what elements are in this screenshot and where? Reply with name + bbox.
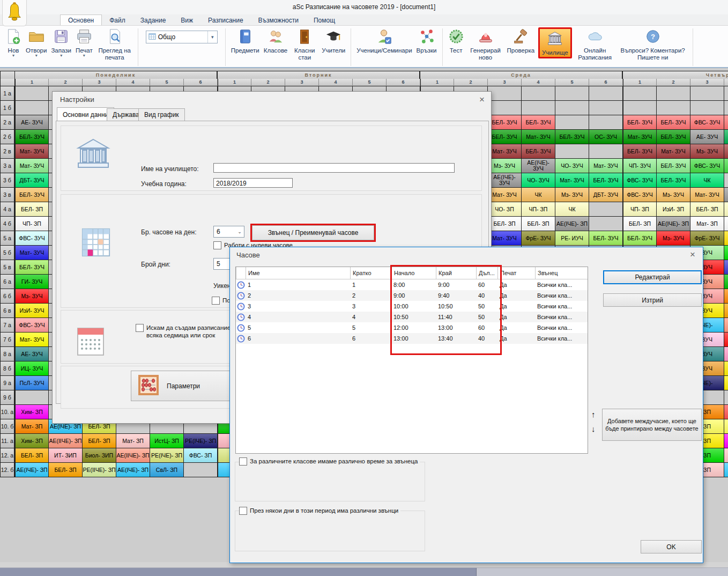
school-name-input[interactable] [213, 163, 455, 173]
lesson-cell[interactable]: Мз- ЗУЧ [690, 144, 724, 159]
print-button[interactable]: Печат▾ [74, 27, 94, 58]
teachers-button[interactable]: Учители [320, 27, 347, 55]
lesson-cell[interactable]: БЕЛ- ЗУЧ [657, 159, 690, 173]
class-row-label[interactable]: 6 а [0, 275, 15, 289]
lesson-cell[interactable]: ИзИ- ЗУЧ [15, 304, 49, 318]
questions-comments-button[interactable]: ? Въпроси? Коментари? Пишете ни [617, 27, 689, 62]
class-row-label[interactable]: 12. б [0, 463, 15, 477]
lesson-cell[interactable]: АЕ- ЗУЧ [15, 347, 49, 361]
diff-classes-checkbox[interactable]: За различните класове имаме различно вре… [239, 457, 420, 466]
lesson-cell[interactable] [724, 304, 728, 318]
lesson-cell[interactable] [522, 101, 555, 115]
lesson-cell[interactable] [724, 173, 728, 188]
lesson-cell[interactable]: ЧК [555, 202, 589, 217]
class-row-label[interactable]: 9 б [0, 390, 15, 405]
lesson-cell[interactable] [555, 101, 589, 115]
edit-button[interactable]: Редактирай [603, 270, 702, 284]
lesson-cell[interactable]: БЕЛ- ЗУЧ [522, 144, 555, 159]
combobox-dropdown-icon[interactable]: ▾ [207, 31, 217, 43]
tab-fail[interactable]: Файл [102, 15, 133, 25]
lesson-cell[interactable] [589, 202, 623, 217]
class-row-label[interactable]: 1 б [0, 101, 15, 115]
lesson-cell[interactable]: АЕ(IIЧЕ)- ЗП [116, 448, 150, 463]
period-row[interactable]: 229:009:4040ДаВсички кла... [236, 290, 588, 301]
lesson-cell[interactable]: ФВС- ЗУЧ [690, 159, 724, 173]
lesson-cell[interactable] [724, 101, 728, 115]
lesson-cell[interactable]: БЕЛ- ЗП [623, 217, 657, 231]
lesson-cell[interactable] [15, 101, 49, 115]
generate-new-button[interactable]: Генерирай ново [467, 27, 504, 62]
save-button[interactable]: Запази▾ [49, 27, 73, 58]
lesson-cell[interactable]: ФВС- ЗУЧ [15, 231, 49, 246]
lesson-cell[interactable] [488, 86, 522, 101]
lesson-cell[interactable]: ИТ- ЗИП [49, 448, 83, 463]
lesson-cell[interactable] [589, 144, 623, 159]
lesson-cell[interactable] [488, 101, 522, 115]
lesson-cell[interactable]: ИстЦ- ЗП [150, 434, 184, 448]
lesson-cell[interactable] [724, 159, 728, 173]
tab-pomosht[interactable]: Помощ [306, 15, 343, 25]
class-row-label[interactable]: 5 в [0, 260, 15, 275]
lesson-cell[interactable]: БЕЛ- ЗУЧ [488, 115, 522, 130]
test-button[interactable]: Тест [447, 27, 466, 55]
lesson-cell[interactable]: Мат- ЗП [15, 419, 49, 434]
lesson-cell[interactable]: БЕЛ- ЗУЧ [522, 115, 555, 130]
lesson-cell[interactable] [724, 188, 728, 202]
lesson-cell[interactable] [589, 86, 623, 101]
bell-rename-periods-button[interactable]: Звънец / Преименувай часове [252, 225, 374, 240]
lesson-cell[interactable]: Мат- ЗУЧ [15, 246, 49, 260]
lesson-cell[interactable]: БЕЛ- ЗУЧ [623, 144, 657, 159]
scrollbar-thumb[interactable] [0, 568, 477, 576]
tab-osnoven[interactable]: Основен [60, 14, 102, 25]
school-button[interactable]: Училище [538, 27, 572, 58]
lesson-cell[interactable]: Мат- ЗУЧ [488, 231, 522, 246]
delete-button[interactable]: Изтрий [603, 293, 702, 307]
close-icon[interactable]: × [686, 249, 700, 260]
classrooms-button[interactable]: Класни стаи [290, 27, 319, 62]
lesson-cell[interactable] [690, 101, 724, 115]
app-logo-tab[interactable] [2, 0, 27, 26]
lesson-cell[interactable]: Мат- ЗУЧ [657, 144, 690, 159]
close-icon[interactable]: × [475, 94, 489, 105]
lesson-cell[interactable]: БЕЛ- ЗП [15, 448, 49, 463]
class-row-label[interactable]: 5 а [0, 231, 15, 246]
lesson-cell[interactable]: Мат- ЗУЧ [690, 188, 724, 202]
lesson-cell[interactable] [724, 390, 728, 405]
lesson-cell[interactable]: Мат- ЗУЧ [488, 144, 522, 159]
chevron-down-icon[interactable]: ⌄ [235, 229, 244, 234]
diff-days-checkbox[interactable]: През някои дни в този период има различн… [239, 507, 400, 515]
lesson-cell[interactable] [589, 217, 623, 231]
lesson-cell[interactable]: ФВС- ЗУЧ [15, 318, 49, 333]
lesson-cell[interactable] [589, 115, 623, 130]
lesson-cell[interactable] [724, 333, 728, 347]
tab-zadanie[interactable]: Задание [133, 15, 174, 25]
lesson-cell[interactable]: ДБТ- ЗУЧ [589, 188, 623, 202]
lesson-cell[interactable]: Мат- ЗУЧ [623, 130, 657, 144]
class-row-label[interactable]: 8 б [0, 361, 15, 376]
lesson-cell[interactable]: РЕ(IIЧЕ)- ЗП [83, 463, 116, 477]
class-row-label[interactable]: 7 а [0, 318, 15, 333]
lesson-cell[interactable]: Мз- ЗУЧ [657, 231, 690, 246]
lesson-cell[interactable] [724, 86, 728, 101]
lesson-cell[interactable] [15, 390, 49, 405]
lesson-cell[interactable] [657, 101, 690, 115]
periods-per-day-select[interactable]: 6⌄ [213, 226, 244, 238]
class-row-label[interactable]: 3 а [0, 159, 15, 173]
lesson-cell[interactable] [522, 86, 555, 101]
dropdown-caret-icon[interactable]: ▾ [35, 54, 38, 57]
class-row-label[interactable]: 3 в [0, 188, 15, 202]
lesson-cell[interactable]: ЧП- ЗП [623, 202, 657, 217]
move-down-icon[interactable]: ↓ [591, 424, 596, 433]
lesson-cell[interactable]: АЕ- ЗУЧ [15, 115, 49, 130]
lesson-cell[interactable] [657, 86, 690, 101]
lesson-cell[interactable] [724, 115, 728, 130]
lesson-cell[interactable]: ФВС- ЗУЧ [690, 115, 724, 130]
lesson-cell[interactable]: Мат- ЗП [116, 434, 150, 448]
add-break-button[interactable]: Добавете междучасие, което ще бъде принт… [602, 409, 702, 441]
class-row-label[interactable]: 5 б [0, 246, 15, 260]
dropdown-caret-icon[interactable]: ▾ [12, 54, 14, 57]
class-row-label[interactable]: 12. а [0, 448, 15, 463]
lesson-cell[interactable]: БЕЛ- ЗУЧ [15, 260, 49, 275]
period-row[interactable]: 4410:5011:4050ДаВсички кла... [236, 312, 588, 322]
lesson-cell[interactable]: Р [724, 448, 728, 463]
